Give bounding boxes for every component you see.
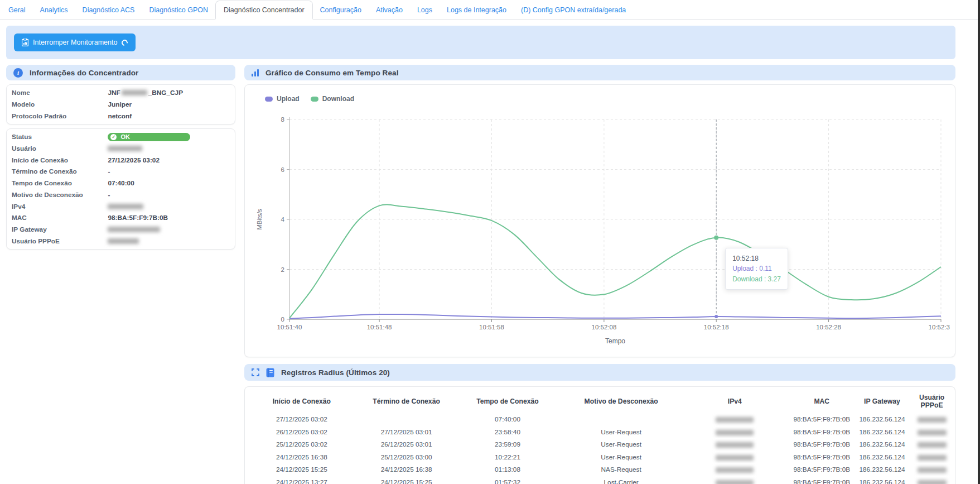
info-value: ✔OK (108, 133, 190, 141)
info-value-text: - (108, 191, 110, 199)
info-row-usu-rio-pppoe: Usuário PPPoE (7, 235, 235, 247)
table-cell (682, 438, 788, 451)
cell-text: 07:40:00 (495, 415, 520, 423)
table-cell: 27/12/2025 03:01 (359, 426, 455, 439)
cell-text: 25/12/2025 03:00 (381, 453, 432, 461)
download-legend-label: Download (322, 95, 354, 103)
cell-text: 98:BA:5F:F9:7B:0B (793, 415, 850, 423)
table-cell: 01:57:32 (455, 476, 561, 484)
cell-text: NAS-Request (601, 466, 641, 473)
y-tick-label: 8 (281, 116, 284, 123)
cell-text: 98:BA:5F:F9:7B:0B (793, 440, 850, 448)
info-row-modelo: ModeloJuniper (7, 99, 235, 111)
info-label: Protocolo Padrão (12, 112, 108, 120)
upload-legend-label: Upload (277, 95, 300, 103)
redacted-value (918, 430, 947, 435)
redacted-value (918, 480, 947, 484)
info-row-tempo-de-conex-o: Tempo de Conexão07:40:00 (7, 178, 235, 189)
cell-text: 23:59:09 (495, 440, 520, 448)
info-value: - (108, 167, 110, 175)
x-tick-label: 10:52:08 (592, 324, 617, 330)
cell-text: 27/12/2025 03:02 (276, 415, 327, 423)
info-value-text: netconf (108, 112, 132, 120)
info-value: 98:BA:5F:F9:7B:0B (108, 214, 168, 222)
cell-text: 26/12/2025 03:02 (276, 428, 327, 436)
info-value-text: 98:BA:5F:F9:7B:0B (108, 214, 168, 222)
info-value (108, 238, 139, 244)
cell-text: 186.232.56.124 (859, 453, 905, 461)
chart-tooltip: 10:52:18 Upload : 0.11 Download : 3.27 (725, 248, 788, 290)
table-cell (909, 463, 955, 476)
info-row-ip-gateway: IP Gateway (7, 224, 235, 236)
tab-geral[interactable]: Geral (1, 1, 33, 19)
tooltip-download: Download : 3.27 (732, 274, 781, 285)
legend-item-download[interactable]: Download (311, 95, 354, 103)
x-tick-label: 10:52:38 (929, 324, 950, 330)
info-panel-header: i Informações do Concentrador (6, 65, 235, 80)
consumption-chart[interactable]: 0246810:51:4010:51:4810:51:5810:52:0810:… (245, 85, 950, 357)
spinner-icon (120, 38, 129, 46)
info-value: JNF_BNG_CJP (108, 89, 183, 97)
table-cell: 98:BA:5F:F9:7B:0B (788, 451, 856, 464)
expand-icon[interactable] (252, 368, 259, 376)
info-value-text: _BNG_CJP (148, 89, 183, 97)
redacted-value (918, 417, 947, 423)
redacted-value (716, 467, 754, 473)
info-value-text: JNF (108, 89, 120, 97)
redacted-value (716, 455, 754, 461)
table-cell (682, 451, 788, 464)
cell-text: 10:22:21 (495, 453, 520, 461)
tooltip-upload: Upload : 0.11 (732, 263, 781, 274)
tab-diagn-stico-concentrador[interactable]: Diagnóstico Concentrador (215, 1, 313, 20)
cell-text: 186.232.56.124 (859, 415, 905, 423)
monitor-banner: Interromper Monitoramento (6, 26, 955, 59)
redacted-value (716, 430, 754, 435)
info-row-in-cio-de-conex-o: Início de Conexão27/12/2025 03:02 (7, 154, 235, 166)
redacted-value (918, 455, 947, 461)
tab-analytics[interactable]: Analytics (33, 1, 75, 19)
tab-diagn-stico-acs[interactable]: Diagnóstico ACS (75, 1, 142, 19)
info-row-nome: NomeJNF_BNG_CJP (7, 87, 235, 99)
info-panel-title: Informações do Concentrador (30, 69, 138, 77)
tab-logs[interactable]: Logs (410, 1, 440, 19)
cell-text: 98:BA:5F:F9:7B:0B (793, 453, 850, 461)
table-cell: 26/12/2025 03:02 (245, 426, 359, 439)
table-cell (909, 438, 955, 451)
table-cell: 24/12/2025 13:27 (245, 476, 359, 484)
chart-card: Upload Download 0246810:51:4010:51:4810:… (244, 84, 955, 357)
info-cards: NomeJNF_BNG_CJPModeloJuniperProtocolo Pa… (6, 84, 235, 250)
tab-ativa-o[interactable]: Ativação (369, 1, 410, 19)
table-cell: User-Request (561, 438, 681, 451)
status-badge: ✔OK (108, 133, 190, 141)
info-value: - (108, 191, 110, 199)
table-cell (909, 451, 955, 464)
tab-diagn-stico-gpon[interactable]: Diagnóstico GPON (142, 1, 215, 19)
legend-item-upload[interactable]: Upload (265, 95, 300, 103)
table-cell: 27/12/2025 03:02 (245, 413, 359, 426)
info-card-1: NomeJNF_BNG_CJPModeloJuniperProtocolo Pa… (6, 84, 235, 124)
info-label: IPv4 (12, 203, 108, 210)
chart-panel-title: Gráfico de Consumo em Tempo Real (265, 69, 399, 77)
redacted-value (108, 146, 142, 151)
tab-logs-de-integra-o[interactable]: Logs de Integração (440, 1, 514, 19)
download-line (289, 204, 941, 318)
table-cell: 98:BA:5F:F9:7B:0B (788, 426, 856, 439)
table-cell (909, 426, 955, 439)
cell-text: User-Request (601, 453, 641, 461)
table-cell (682, 463, 788, 476)
table-cell (682, 476, 788, 484)
table-cell: 07:40:00 (455, 413, 561, 426)
info-row-ipv4: IPv4 (7, 200, 235, 212)
cell-text: User-Request (601, 440, 641, 448)
interromper-button[interactable]: Interromper Monitoramento (14, 33, 136, 51)
tab-d-config-gpon-extra-da-gerada[interactable]: (D) Config GPON extraída/gerada (514, 1, 633, 19)
tab-configura-o[interactable]: Configuração (313, 1, 369, 19)
table-cell: 26/12/2025 03:01 (359, 438, 455, 451)
cell-text: 24/12/2025 15:25 (381, 478, 432, 484)
cell-text: User-Request (601, 428, 641, 436)
upload-legend-marker (265, 97, 273, 102)
check-icon: ✔ (110, 134, 117, 140)
redacted-value (918, 467, 947, 473)
redacted-value (108, 227, 160, 232)
table-row: 27/12/2025 03:0207:40:0098:BA:5F:F9:7B:0… (245, 413, 955, 426)
